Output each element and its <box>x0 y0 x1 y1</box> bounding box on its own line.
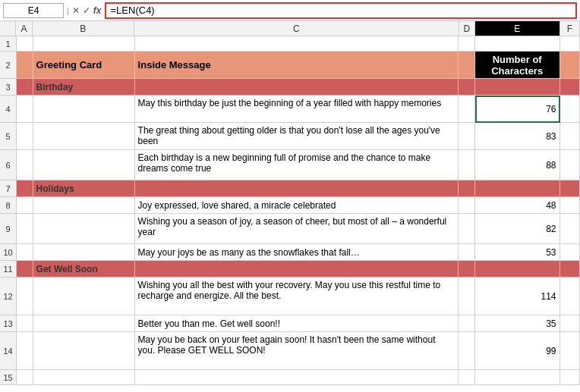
cell-B6[interactable] <box>33 150 135 180</box>
cell-F11[interactable] <box>560 261 580 278</box>
col-header-C[interactable]: C <box>134 21 459 36</box>
col-header-B[interactable]: B <box>33 21 134 36</box>
cell-C14[interactable]: May you be back on your feet again soon!… <box>135 332 459 370</box>
cell-C5[interactable]: The great thing about getting older is t… <box>135 123 459 150</box>
cell-B7[interactable]: Holidays <box>33 180 135 197</box>
cell-D2[interactable] <box>459 52 475 79</box>
cell-F10[interactable] <box>560 244 580 261</box>
cell-C15[interactable] <box>135 370 459 385</box>
cell-E1[interactable] <box>475 36 560 52</box>
cell-E9[interactable]: 82 <box>475 214 560 244</box>
cell-A11[interactable] <box>17 261 33 278</box>
cell-C4[interactable]: May this birthday be just the beginning … <box>135 96 459 123</box>
cell-B9[interactable] <box>33 214 135 244</box>
cell-C11[interactable] <box>135 261 459 278</box>
cell-E10[interactable]: 53 <box>475 244 560 261</box>
cell-C1[interactable] <box>135 36 459 52</box>
confirm-icon[interactable]: ✓ <box>83 5 90 16</box>
cell-E6[interactable]: 88 <box>475 150 560 180</box>
cell-F13[interactable] <box>560 315 580 332</box>
cell-C6[interactable]: Each birthday is a new beginning full of… <box>135 150 459 180</box>
col-header-A[interactable]: A <box>16 21 32 36</box>
cell-D3[interactable] <box>459 79 475 96</box>
cell-F14[interactable] <box>560 332 580 370</box>
cell-F8[interactable] <box>560 197 580 214</box>
cell-F15[interactable] <box>560 370 580 385</box>
cell-C13[interactable]: Better you than me. Get well soon!! <box>135 315 459 332</box>
cell-B3[interactable]: Birthday <box>33 79 135 96</box>
cell-B14[interactable] <box>33 332 135 370</box>
cell-F9[interactable] <box>560 214 580 244</box>
cell-E8[interactable]: 48 <box>475 197 560 214</box>
cell-D11[interactable] <box>459 261 475 278</box>
cell-D4[interactable] <box>459 96 475 123</box>
cell-E3[interactable] <box>475 79 560 96</box>
cell-B8[interactable] <box>33 197 135 214</box>
cell-D15[interactable] <box>459 370 475 385</box>
cell-A1[interactable] <box>17 36 33 52</box>
cell-A13[interactable] <box>17 315 33 332</box>
fx-icon[interactable]: fx <box>93 5 102 16</box>
col-header-D[interactable]: D <box>459 21 475 36</box>
cell-D14[interactable] <box>459 332 475 370</box>
cell-C2[interactable]: Inside Message <box>135 52 459 79</box>
cell-D5[interactable] <box>459 123 475 150</box>
cell-A9[interactable] <box>17 214 33 244</box>
cell-A12[interactable] <box>17 278 33 315</box>
cell-D12[interactable] <box>459 278 475 315</box>
cell-F1[interactable] <box>560 36 580 52</box>
cell-A6[interactable] <box>17 150 33 180</box>
cell-D1[interactable] <box>459 36 475 52</box>
cell-F3[interactable] <box>560 79 580 96</box>
cell-F2[interactable] <box>560 52 580 79</box>
cell-A8[interactable] <box>17 197 33 214</box>
cell-A15[interactable] <box>17 370 33 385</box>
cell-B4[interactable] <box>33 96 135 123</box>
cell-E12[interactable]: 114 <box>475 278 560 315</box>
cell-C10[interactable]: May your joys be as many as the snowflak… <box>135 244 459 261</box>
cell-B12[interactable] <box>33 278 135 315</box>
cell-A4[interactable] <box>17 96 33 123</box>
col-header-E[interactable]: E <box>475 21 560 36</box>
cell-F6[interactable] <box>560 150 580 180</box>
cell-B13[interactable] <box>33 315 135 332</box>
col-header-F[interactable]: F <box>560 21 580 36</box>
cell-C7[interactable] <box>135 180 459 197</box>
cell-D7[interactable] <box>459 180 475 197</box>
formula-input[interactable]: =LEN(C4) <box>105 2 577 19</box>
cell-A7[interactable] <box>17 180 33 197</box>
cell-E5[interactable]: 83 <box>475 123 560 150</box>
cell-F4[interactable] <box>560 96 580 123</box>
cell-D10[interactable] <box>459 244 475 261</box>
cell-E11[interactable] <box>475 261 560 278</box>
cell-E15[interactable] <box>475 370 560 385</box>
cell-B11[interactable]: Get Well Soon <box>33 261 135 278</box>
cell-C12[interactable]: Wishing you all the best with your recov… <box>135 278 459 315</box>
cell-B10[interactable] <box>33 244 135 261</box>
cell-F7[interactable] <box>560 180 580 197</box>
cancel-icon[interactable]: ✕ <box>72 5 80 16</box>
cell-B15[interactable] <box>33 370 135 385</box>
cell-F12[interactable] <box>560 278 580 315</box>
cell-A3[interactable] <box>17 79 33 96</box>
cell-D6[interactable] <box>459 150 475 180</box>
cell-E4[interactable]: 76 <box>475 96 560 123</box>
cell-C8[interactable]: Joy expressed, love shared, a miracle ce… <box>135 197 459 214</box>
cell-E2[interactable]: Number of Characters <box>475 52 560 79</box>
cell-D13[interactable] <box>459 315 475 332</box>
cell-C3[interactable] <box>135 79 459 96</box>
cell-A14[interactable] <box>17 332 33 370</box>
cell-A5[interactable] <box>17 123 33 150</box>
cell-B5[interactable] <box>33 123 135 150</box>
cell-F5[interactable] <box>560 123 580 150</box>
cell-B2[interactable]: Greeting Card <box>33 52 135 79</box>
cell-E7[interactable] <box>475 180 560 197</box>
name-box[interactable]: E4 <box>3 3 64 18</box>
cell-E13[interactable]: 35 <box>475 315 560 332</box>
cell-C9[interactable]: Wishing you a season of joy, a season of… <box>135 214 459 244</box>
cell-A10[interactable] <box>17 244 33 261</box>
cell-B1[interactable] <box>33 36 135 52</box>
cell-A2[interactable] <box>17 52 33 79</box>
cell-E14[interactable]: 99 <box>475 332 560 370</box>
cell-D8[interactable] <box>459 197 475 214</box>
